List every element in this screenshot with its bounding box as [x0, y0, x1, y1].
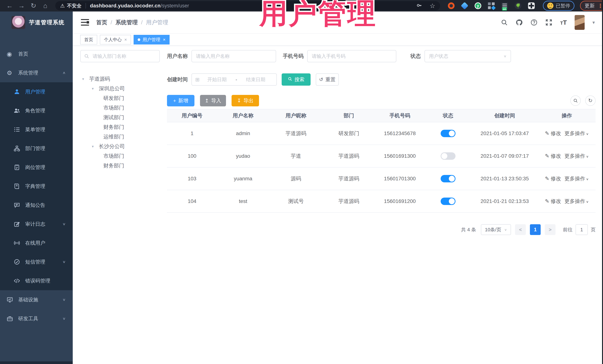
back-icon[interactable]: ← — [4, 2, 16, 10]
more-actions-link[interactable]: 更多操作∨ — [564, 175, 589, 182]
extension-grid-icon[interactable] — [488, 2, 495, 9]
add-button[interactable]: + 新增 — [167, 95, 195, 106]
monitor-icon — [7, 297, 18, 303]
prev-page-button[interactable]: < — [515, 224, 526, 235]
status-toggle[interactable] — [441, 175, 455, 182]
edit-link[interactable]: ✎ 修改 — [545, 198, 561, 205]
chevron-down-icon[interactable]: ▾ — [592, 20, 595, 25]
extension-gem-icon[interactable] — [461, 2, 468, 10]
more-actions-link[interactable]: 更多操作∨ — [564, 198, 589, 205]
security-label[interactable]: 不安全 — [67, 3, 81, 9]
close-icon[interactable]: × — [124, 37, 127, 42]
tree-node[interactable]: 市场部门 — [80, 151, 160, 161]
tree-node[interactable]: 研发部门 — [80, 93, 160, 103]
breadcrumb-home[interactable]: 首页 — [96, 19, 107, 26]
dept-search-input[interactable] — [80, 50, 160, 62]
date-range-picker[interactable]: ⊞ 开始日期 - 结束日期 — [191, 73, 277, 86]
home-icon[interactable]: ⌂ — [39, 2, 51, 10]
page-number-button[interactable]: 1 — [530, 224, 541, 235]
tree-node[interactable]: 测试部门 — [80, 113, 160, 122]
password-key-icon[interactable] — [416, 3, 422, 9]
sidebar-item-online-users[interactable]: 在线用户 — [0, 233, 73, 253]
extensions-row: y — [448, 2, 535, 9]
tree-node[interactable]: ▾ 深圳总公司 — [80, 84, 160, 93]
sidebar-item-infra[interactable]: 基础设施 ∨ — [0, 290, 73, 309]
address-bar[interactable]: ⚠ 不安全 dashboard.yudao.iocoder.cn/system/… — [55, 1, 440, 10]
page-size-select[interactable]: 10条/页 ∨ — [481, 224, 511, 235]
refresh-button[interactable]: ↻ — [585, 95, 596, 106]
sidebar-item-home[interactable]: ◉ 首页 — [0, 44, 73, 63]
import-button[interactable]: ↥ 导入 — [200, 95, 226, 106]
sidebar-item-dict-mgmt[interactable]: 字典管理 — [0, 177, 73, 196]
status-toggle[interactable] — [441, 130, 455, 137]
hide-search-button[interactable] — [570, 95, 581, 106]
close-icon[interactable]: × — [163, 37, 165, 42]
edit-link[interactable]: ✎ 修改 — [545, 175, 561, 182]
list-icon — [14, 126, 25, 133]
tab-home[interactable]: 首页 — [80, 35, 97, 44]
extension-orange-icon[interactable] — [448, 2, 454, 9]
tree-node[interactable]: ▾ 长沙分公司 — [80, 142, 160, 151]
mobile-input[interactable] — [307, 50, 396, 62]
more-actions-link[interactable]: 更多操作∨ — [564, 153, 589, 160]
sidebar-item-notice[interactable]: 通知公告 — [0, 196, 73, 215]
sidebar-item-sms-mgmt[interactable]: 短信管理 ∨ — [0, 253, 73, 271]
sidebar-item-post-mgmt[interactable]: 岗位管理 — [0, 158, 73, 177]
extension-leaf-icon[interactable] — [515, 2, 521, 9]
chevron-down-icon: ∨ — [62, 222, 66, 226]
sidebar-item-system[interactable]: ⚙ 系统管理 ∧ — [0, 63, 73, 82]
table-toolbar: + 新增 ↥ 导入 ↧ 导出 ↻ — [167, 95, 596, 106]
edit-link[interactable]: ✎ 修改 — [545, 153, 561, 160]
fullscreen-icon[interactable] — [545, 19, 552, 26]
tree-caret-icon[interactable]: ▾ — [92, 144, 99, 149]
status-toggle[interactable] — [441, 152, 455, 160]
tree-node[interactable]: 财务部门 — [80, 122, 160, 132]
tab-user-mgmt[interactable]: 用户管理 × — [134, 35, 170, 44]
sidebar-collapse-icon[interactable] — [81, 19, 89, 26]
sidebar-item-dept-mgmt[interactable]: 部门管理 — [0, 139, 73, 158]
sidebar-item-audit-log[interactable]: 审计日志 ∨ — [0, 215, 73, 233]
avatar[interactable] — [575, 15, 585, 30]
tree-node[interactable]: 运维部门 — [80, 132, 160, 142]
extensions-puzzle-icon[interactable] — [528, 2, 535, 9]
sidebar: 芋道管理系统 ◉ 首页 ⚙ 系统管理 ∧ 用户管理 角色管理 — [0, 11, 73, 364]
browser-toolbar: ← → ↻ ⌂ ⚠ 不安全 dashboard.yudao.iocoder.cn… — [0, 0, 603, 11]
export-button[interactable]: ↧ 导出 — [232, 95, 259, 106]
tree-node[interactable]: 市场部门 — [80, 103, 160, 113]
paused-extension-badge[interactable]: 已暂停 — [543, 1, 574, 11]
next-page-button[interactable]: > — [545, 224, 556, 235]
extension-green-icon[interactable]: y — [475, 2, 481, 9]
font-size-icon[interactable]: TT — [560, 19, 567, 26]
tab-profile[interactable]: 个人中心 × — [100, 35, 131, 44]
extension-switch-on-icon[interactable] — [501, 2, 508, 9]
breadcrumb-system[interactable]: 系统管理 — [116, 19, 138, 26]
edit-link[interactable]: ✎ 修改 — [545, 130, 561, 137]
reset-icon: ↺ — [319, 77, 323, 82]
github-icon[interactable] — [516, 19, 523, 26]
reload-icon[interactable]: ↻ — [27, 2, 39, 10]
bookmark-star-icon[interactable]: ☆ — [430, 2, 435, 10]
help-icon[interactable] — [531, 19, 537, 26]
sidebar-item-error-code[interactable]: 错误码管理 — [0, 271, 73, 290]
sidebar-item-user-mgmt[interactable]: 用户管理 — [0, 82, 73, 101]
update-button[interactable]: 更新 ⋮ — [580, 1, 603, 11]
forward-icon[interactable]: → — [16, 2, 27, 10]
username-input[interactable] — [191, 50, 276, 62]
reset-button[interactable]: ↺ 重置 — [316, 73, 339, 86]
tree-node[interactable]: 财务部门 — [80, 161, 160, 170]
breadcrumb-current: 用户管理 — [146, 19, 168, 26]
sidebar-item-role-mgmt[interactable]: 角色管理 — [0, 101, 73, 120]
goto-page-input[interactable] — [576, 224, 588, 235]
search-button[interactable]: 搜索 — [282, 73, 311, 86]
tree-caret-icon[interactable]: ▾ — [92, 86, 99, 91]
more-actions-link[interactable]: 更多操作∨ — [564, 130, 589, 137]
status-select[interactable]: 用户状态 ∨ — [425, 50, 511, 62]
tree-caret-icon[interactable]: ▾ — [82, 77, 89, 81]
sidebar-item-dev-tools[interactable]: 研发工具 ∨ — [0, 309, 73, 328]
total-count: 共 4 条 — [461, 226, 476, 233]
tree-node-root[interactable]: ▾ 芋道源码 — [80, 74, 160, 84]
chevron-down-icon: ∨ — [586, 132, 589, 135]
sidebar-item-menu-mgmt[interactable]: 菜单管理 — [0, 120, 73, 139]
status-toggle[interactable] — [441, 198, 455, 205]
search-icon[interactable] — [501, 19, 508, 26]
